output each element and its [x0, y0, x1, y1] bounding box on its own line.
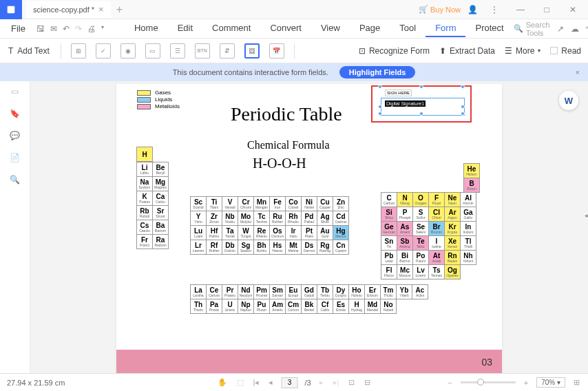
add-text-button[interactable]: TAdd Text	[7, 43, 51, 59]
extract-data-button[interactable]: ⬆Extract Data	[439, 46, 495, 56]
element-P: PPhosph	[397, 207, 413, 222]
element-Pd: PdPallad	[301, 211, 317, 226]
tab-home[interactable]: Home	[125, 20, 168, 37]
chevron-down-icon[interactable]: ▾	[101, 24, 104, 34]
element-Pu: PuPluton	[253, 299, 270, 314]
combobox-tool[interactable]: ▭	[145, 43, 160, 59]
share-icon[interactable]: ↗	[557, 24, 564, 34]
add-tab-button[interactable]: +	[116, 3, 123, 16]
tab-comment[interactable]: Comment	[202, 20, 260, 37]
checkbox-tool[interactable]: ✓	[96, 43, 111, 59]
word-export-button[interactable]: W	[559, 91, 578, 110]
element-Sr: SrStront	[152, 205, 169, 220]
buy-now-link[interactable]: 🛒 Buy Now	[419, 5, 461, 14]
legend: Gases Liquids Metalloids	[137, 89, 180, 110]
element-Gd: GdGadoli	[301, 284, 317, 299]
next-page-button[interactable]: ▸	[318, 378, 325, 387]
redo-icon[interactable]: ↷	[75, 24, 82, 34]
prev-page-button[interactable]: ◂	[267, 378, 274, 387]
hand-tool-icon[interactable]: ✋	[216, 378, 229, 387]
statusbar: 27.94 x 21.59 cm ✋ ⬚ |◂ ◂ /3 ▸ ▸| ⊡ ⊟ − …	[0, 373, 588, 391]
collapse-ribbon-icon[interactable]: ^	[586, 25, 588, 32]
radio-tool[interactable]: ◉	[120, 43, 136, 59]
close-window-button[interactable]: ✕	[563, 5, 582, 14]
tab-form[interactable]: Form	[426, 20, 465, 37]
element-Fe: FeIron	[269, 196, 286, 211]
dropdown-tool[interactable]: ⇵	[220, 43, 235, 59]
element-Hf: HfHafniu	[206, 225, 222, 240]
date-tool[interactable]: 📅	[269, 43, 284, 59]
element-Br: BrBromin	[428, 221, 445, 236]
fit-page-icon[interactable]: ⊡	[347, 378, 356, 387]
element-Ga: GaGalliu	[460, 207, 476, 222]
select-tool-icon[interactable]: ⬚	[235, 378, 245, 387]
document-tab[interactable]: science-copy.pdf * ×	[26, 1, 111, 18]
tab-view[interactable]: View	[311, 20, 350, 37]
bookmark-icon[interactable]: 🔖	[10, 109, 20, 118]
element-Es: EsEinste	[333, 299, 349, 314]
element-Se: SeSeleni	[412, 221, 429, 236]
comment-icon[interactable]: 💬	[10, 131, 20, 140]
minimize-button[interactable]: —	[511, 5, 530, 14]
tab-tool[interactable]: Tool	[390, 20, 426, 37]
file-menu[interactable]: File	[4, 23, 32, 34]
tab-protect[interactable]: Protect	[465, 20, 513, 37]
zoom-out-button[interactable]: −	[446, 379, 453, 387]
mail-icon[interactable]: ✉	[50, 24, 57, 34]
undo-icon[interactable]: ↶	[63, 24, 70, 34]
element-Rn: RnRadon	[444, 250, 461, 265]
last-page-button[interactable]: ▸|	[332, 378, 341, 387]
button-tool[interactable]: BTN	[195, 43, 210, 59]
tab-convert[interactable]: Convert	[260, 20, 311, 37]
form-icon: ⊡	[359, 46, 366, 56]
ribbon-form: TAdd Text ⊞ ✓ ◉ ▭ ☰ BTN ⇵ 🖼 📅 ⊡Recognize…	[0, 39, 588, 63]
tab-close-icon[interactable]: ×	[98, 4, 104, 14]
signature-field-selection[interactable]: SIGN HERE Digital Signature1	[371, 85, 472, 123]
listbox-tool[interactable]: ☰	[170, 43, 185, 59]
element-Er: ErErbium	[364, 284, 381, 299]
search-tools-input[interactable]: 🔍 Search Tools	[514, 21, 550, 37]
highlight-fields-button[interactable]: Highlight Fields	[339, 66, 416, 78]
cloud-icon[interactable]: ☁	[571, 24, 579, 34]
element-Ge: GeGerman	[381, 221, 397, 236]
collapse-right-icon[interactable]: ◂	[585, 212, 588, 219]
element-Tc: TcTechne	[253, 211, 270, 226]
recognize-form-button[interactable]: ⊡Recognize Form	[359, 46, 430, 56]
first-page-button[interactable]: |◂	[252, 378, 261, 387]
element-Ca: CaCalciu	[152, 191, 169, 206]
document-canvas[interactable]: Gases Liquids Metalloids Periodic Table …	[30, 81, 588, 373]
element-K: KPotass	[136, 191, 153, 206]
element-Po: PoPoloni	[412, 250, 429, 265]
tab-page[interactable]: Page	[350, 20, 390, 37]
menu-dots-icon[interactable]: ⋮	[485, 5, 504, 14]
element-B: BBoron	[463, 178, 480, 193]
fit-width-icon[interactable]: ⊟	[363, 378, 372, 387]
zoom-value[interactable]: 70% ▾	[536, 377, 565, 388]
tab-edit[interactable]: Edit	[168, 20, 202, 37]
element-Ho: HoHolmiu	[348, 284, 365, 299]
read-toggle[interactable]: Read	[550, 46, 581, 56]
save-icon[interactable]: 🖫	[36, 24, 45, 34]
info-close-icon[interactable]: ×	[576, 68, 580, 76]
element-Rf: RfRuther	[206, 240, 222, 255]
element-Ce: CeCerium	[206, 284, 222, 299]
app-logo[interactable]	[0, 0, 22, 19]
attachment-icon[interactable]: 📄	[10, 153, 20, 162]
thumbnails-icon[interactable]: ▭	[11, 87, 19, 96]
maximize-button[interactable]: □	[537, 5, 556, 14]
user-icon[interactable]: 👤	[468, 5, 478, 14]
element-As: AsArseni	[397, 221, 413, 236]
search-icon[interactable]: 🔍	[10, 175, 20, 184]
more-button[interactable]: ☰More▾	[505, 46, 540, 56]
zoom-in-button[interactable]: +	[523, 379, 529, 387]
page-input[interactable]	[281, 377, 297, 388]
element-Sg: SgSeabor	[238, 240, 254, 255]
text-field-tool[interactable]: ⊞	[71, 43, 86, 59]
element-Y: YYttriu	[190, 211, 207, 226]
signature-tool[interactable]: 🖼	[244, 43, 260, 59]
print-icon[interactable]: 🖨	[87, 24, 96, 34]
view-mode-icon[interactable]: ⊞	[572, 378, 581, 387]
element-Be: BeBeryll	[152, 162, 169, 177]
zoom-slider[interactable]	[461, 381, 516, 383]
element-Fr: FrFranci	[136, 234, 153, 249]
